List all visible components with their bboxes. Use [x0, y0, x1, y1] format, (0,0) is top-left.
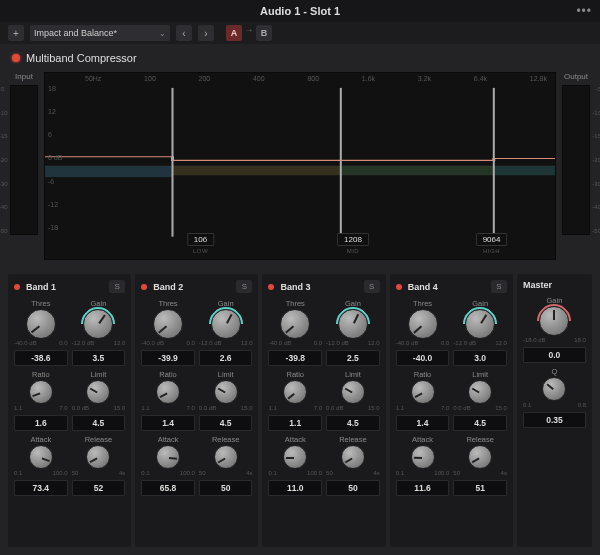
limit-value[interactable]: 4.5 — [453, 415, 507, 431]
master-gain-value[interactable]: 0.0 — [523, 347, 586, 363]
limit-knob[interactable] — [214, 380, 238, 404]
band-enable-led-icon[interactable] — [141, 284, 147, 290]
q-knob[interactable] — [542, 377, 566, 401]
gain-knob[interactable] — [83, 309, 113, 339]
solo-button[interactable]: S — [491, 280, 507, 293]
thres-knob[interactable] — [408, 309, 438, 339]
release-value[interactable]: 51 — [453, 480, 507, 496]
ratio-knob[interactable] — [29, 380, 53, 404]
ratio-value[interactable]: 1.4 — [396, 415, 450, 431]
crossover-mid[interactable]: 1208MID — [337, 233, 369, 254]
preset-next-button[interactable]: › — [198, 25, 214, 41]
output-meter-body: -5-10-15-20-30-40-50 — [562, 85, 590, 235]
preset-selector[interactable]: Impact and Balance* ⌄ — [30, 25, 170, 41]
thres-value[interactable]: -38.6 — [14, 350, 68, 366]
crossover-values: 106LOW1208MID9064HIGH — [85, 233, 547, 257]
attack-value[interactable]: 11.6 — [396, 480, 450, 496]
attack-knob-group: Attack 0.1100.0 — [396, 435, 450, 476]
attack-knob[interactable] — [156, 445, 180, 469]
add-button[interactable]: + — [8, 25, 24, 41]
ratio-knob[interactable] — [283, 380, 307, 404]
thres-value[interactable]: -39.9 — [141, 350, 195, 366]
ab-compare: A → B — [226, 25, 272, 41]
gain-knob[interactable] — [338, 309, 368, 339]
gain-knob[interactable] — [211, 309, 241, 339]
attack-value[interactable]: 65.8 — [141, 480, 195, 496]
attack-knob[interactable] — [411, 445, 435, 469]
ab-b-button[interactable]: B — [256, 25, 272, 41]
solo-button[interactable]: S — [364, 280, 380, 293]
thres-knob[interactable] — [280, 309, 310, 339]
meter-ticks: -5-10-15-20-30-40-50 — [592, 86, 600, 234]
limit-knob-group: Limit 0.0 dB15.0 — [453, 370, 507, 411]
thres-value[interactable]: -39.8 — [268, 350, 322, 366]
ab-a-button[interactable]: A — [226, 25, 242, 41]
release-value[interactable]: 50 — [199, 480, 253, 496]
release-knob[interactable] — [214, 445, 238, 469]
gain-value[interactable]: 3.5 — [72, 350, 126, 366]
master-header: Master — [523, 280, 586, 290]
crossover-low[interactable]: 106LOW — [187, 233, 214, 254]
release-knob-group: Release 504s — [453, 435, 507, 476]
limit-knob-group: Limit 0.0 dB15.0 — [72, 370, 126, 411]
thres-knob[interactable] — [153, 309, 183, 339]
band-header: Band 4 S — [396, 280, 507, 293]
gain-knob-group: Gain -12.0 dB12.0 — [199, 299, 253, 346]
thres-value[interactable]: -40.0 — [396, 350, 450, 366]
release-knob[interactable] — [86, 445, 110, 469]
limit-knob-group: Limit 0.0 dB15.0 — [326, 370, 380, 411]
gain-knob-group: Gain -12.0 dB12.0 — [453, 299, 507, 346]
plugin-window: Audio 1 - Slot 1 ••• + Impact and Balanc… — [0, 0, 600, 555]
ratio-knob[interactable] — [156, 380, 180, 404]
thres-knob-group: Thres -40.0 dB0.0 — [268, 299, 322, 346]
release-knob[interactable] — [468, 445, 492, 469]
solo-button[interactable]: S — [236, 280, 252, 293]
band-enable-led-icon[interactable] — [14, 284, 20, 290]
graph-row: Input -5-10-15-20-30-40-50 50Hz100200400… — [0, 72, 600, 268]
ratio-value[interactable]: 1.6 — [14, 415, 68, 431]
attack-value[interactable]: 11.0 — [268, 480, 322, 496]
master-q-value[interactable]: 0.35 — [523, 412, 586, 428]
preset-name: Impact and Balance* — [34, 28, 155, 38]
band-3: Band 3 S Thres -40.0 dB0.0 Gain -12.0 dB… — [262, 274, 385, 547]
limit-knob[interactable] — [468, 380, 492, 404]
attack-value[interactable]: 73.4 — [14, 480, 68, 496]
thres-knob[interactable] — [26, 309, 56, 339]
attack-knob[interactable] — [283, 445, 307, 469]
band-enable-led-icon[interactable] — [268, 284, 274, 290]
limit-knob[interactable] — [341, 380, 365, 404]
bypass-led-icon[interactable] — [12, 54, 20, 62]
more-icon[interactable]: ••• — [576, 4, 592, 18]
gain-knob[interactable] — [539, 306, 569, 336]
limit-value[interactable]: 4.5 — [72, 415, 126, 431]
release-knob-group: Release 504s — [326, 435, 380, 476]
crossover-high[interactable]: 9064HIGH — [476, 233, 508, 254]
attack-knob[interactable] — [29, 445, 53, 469]
band-header: Band 1 S — [14, 280, 125, 293]
solo-button[interactable]: S — [109, 280, 125, 293]
spectrum-graph[interactable]: 50Hz1002004008001.6k3.2k6.4k12.8k 181260… — [44, 72, 556, 260]
ratio-value[interactable]: 1.4 — [141, 415, 195, 431]
gain-value[interactable]: 2.5 — [326, 350, 380, 366]
input-label: Input — [15, 72, 33, 81]
gain-knob-group: Gain -12.0 dB12.0 — [72, 299, 126, 346]
limit-value[interactable]: 4.5 — [326, 415, 380, 431]
band-enable-led-icon[interactable] — [396, 284, 402, 290]
release-knob[interactable] — [341, 445, 365, 469]
preset-prev-button[interactable]: ‹ — [176, 25, 192, 41]
ratio-value[interactable]: 1.1 — [268, 415, 322, 431]
gain-value[interactable]: 3.0 — [453, 350, 507, 366]
output-label: Output — [564, 72, 588, 81]
limit-value[interactable]: 4.5 — [199, 415, 253, 431]
svg-rect-3 — [341, 166, 494, 175]
thres-knob-group: Thres -40.0 dB0.0 — [396, 299, 450, 346]
ratio-knob[interactable] — [411, 380, 435, 404]
gain-value[interactable]: 2.6 — [199, 350, 253, 366]
release-knob-group: Release 504s — [72, 435, 126, 476]
limit-knob[interactable] — [86, 380, 110, 404]
release-value[interactable]: 50 — [326, 480, 380, 496]
gain-knob[interactable] — [465, 309, 495, 339]
ab-arrow-icon[interactable]: → — [244, 25, 254, 41]
release-value[interactable]: 52 — [72, 480, 126, 496]
svg-rect-1 — [45, 166, 173, 177]
